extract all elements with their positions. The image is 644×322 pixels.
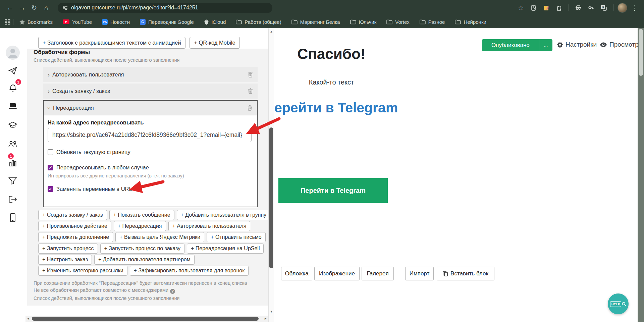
cover-button[interactable]: Обложка: [281, 267, 312, 280]
add-user-to-group-button[interactable]: + Добавить пользователя в группу: [177, 210, 268, 220]
add-redirect-upsell-button[interactable]: + Переадресация на UpSell: [187, 244, 264, 254]
add-custom-action-button[interactable]: + Произвольное действие: [38, 221, 111, 231]
add-start-process-by-order-button[interactable]: + Запустить процесс по заказу: [100, 244, 184, 254]
help-question-icon[interactable]: ?: [170, 289, 175, 294]
profile-avatar[interactable]: [618, 3, 627, 13]
view-button[interactable]: Просмотр: [600, 41, 639, 48]
users-icon[interactable]: [0, 137, 25, 151]
logout-icon[interactable]: [0, 193, 25, 206]
stats-chart-icon[interactable]: 1: [0, 156, 25, 169]
notes-extension-icon[interactable]: [528, 2, 539, 13]
scroll-right-icon[interactable]: ►: [264, 317, 267, 320]
help-widget-button[interactable]: HELP: [608, 293, 629, 314]
send-icon[interactable]: [0, 64, 25, 77]
add-redirect-button[interactable]: + Переадресация: [114, 221, 166, 231]
handler-authorize-user[interactable]: › Авторизовать пользователя: [43, 67, 258, 82]
telegram-cta-button[interactable]: Перейти в Telegram: [278, 178, 388, 203]
funnel-icon[interactable]: [0, 174, 25, 187]
publish-more-button[interactable]: ...: [539, 39, 552, 51]
back-button[interactable]: ←: [4, 2, 16, 13]
add-start-process-button[interactable]: + Запустить процесс: [38, 244, 98, 254]
add-send-email-button[interactable]: + Отправить письмо: [207, 232, 265, 242]
telegram-link-heading[interactable]: ерейти в Telegram: [274, 100, 398, 116]
bookmark-news[interactable]: VK Новости: [102, 19, 130, 25]
gallery-button[interactable]: Галерея: [362, 267, 394, 280]
import-button[interactable]: Импорт: [405, 267, 434, 280]
checkbox-checked[interactable]: ✓: [48, 186, 53, 192]
page-scroll-thumb[interactable]: [639, 29, 643, 76]
horizontal-scroll-thumb[interactable]: [32, 317, 259, 321]
scroll-up-icon[interactable]: ▲: [269, 30, 274, 33]
page-scrollbar[interactable]: [638, 28, 644, 322]
handler-create-order[interactable]: › Создать заявку / заказ: [43, 84, 258, 99]
handler-redirect-header[interactable]: › Переадресация: [44, 101, 257, 115]
checkbox-redirect-always[interactable]: ✓ Переадресовывать в любом случае: [48, 164, 149, 171]
vertical-scroll-thumb[interactable]: [269, 127, 273, 268]
notifications-bell-icon[interactable]: 1: [0, 82, 25, 95]
mobile-icon[interactable]: [0, 211, 25, 224]
add-authorize-user-button[interactable]: + Авторизовать пользователя: [168, 221, 251, 231]
add-collapsible-header-button[interactable]: + Заголовок с раскрывающимся текстом с а…: [38, 37, 185, 49]
toolbar-right: ☆ G: [516, 2, 640, 13]
bookmark-folder-yulchik[interactable]: Юльчик: [350, 19, 377, 25]
url-text[interactable]: olgavort.getcourse.ru/pl/cms/page/editor…: [71, 5, 198, 11]
bookmark-star-icon[interactable]: ☆: [516, 2, 526, 13]
passwords-key-icon[interactable]: [586, 2, 596, 13]
publish-status-label[interactable]: Опубликовано: [482, 39, 539, 51]
editor-vertical-scrollbar[interactable]: ▲ ▼: [268, 28, 274, 322]
bookmark-icloud[interactable]: iCloud: [204, 19, 226, 25]
image-button[interactable]: Изображение: [314, 267, 360, 280]
profile-placeholder-icon[interactable]: [0, 46, 25, 59]
checkbox-checked[interactable]: ✓: [48, 165, 53, 170]
redirect-address-input[interactable]: [48, 128, 252, 142]
education-cap-icon[interactable]: [0, 118, 25, 132]
add-fix-user-for-funnels-button[interactable]: + Зафиксировать пользователя для воронок: [130, 266, 249, 276]
laptop-icon[interactable]: [0, 100, 25, 113]
scroll-down-icon[interactable]: ▼: [269, 310, 274, 313]
bookmark-folder-vortex[interactable]: Vortex: [386, 19, 410, 25]
add-qr-mobile-button[interactable]: + QR-код Mobile: [190, 37, 240, 49]
browser-toolbar: ← → ↻ ⌂ olgavort.getcourse.ru/pl/cms/pag…: [0, 0, 644, 15]
bookmarks-bar: Bookmarks YouTube VK Новости G Переводчи…: [0, 15, 644, 28]
trash-icon[interactable]: [248, 72, 253, 77]
trash-icon[interactable]: [247, 105, 252, 111]
scroll-left-icon[interactable]: ◄: [26, 317, 30, 320]
bookmark-folder-neuronki[interactable]: Нейронки: [455, 19, 486, 25]
translate-icon[interactable]: G: [598, 2, 609, 13]
bookmark-google-translate[interactable]: G Переводчик Google: [140, 19, 194, 25]
home-button[interactable]: ⌂: [40, 2, 52, 13]
checkbox-refresh-page[interactable]: Обновить текущую страницу: [48, 149, 130, 155]
add-create-order-button[interactable]: + Создать заявку / заказ: [38, 210, 107, 220]
bookmark-bookmarks[interactable]: Bookmarks: [19, 19, 53, 25]
getcourse-sidebar: 1 1: [0, 28, 25, 322]
bookmark-folder-marketing[interactable]: Маркетинг Белка: [291, 19, 340, 25]
trash-icon[interactable]: [248, 88, 253, 94]
extensions-puzzle-icon[interactable]: [554, 2, 565, 13]
add-yandex-metrika-goal-button[interactable]: + Вызвать цель Яндекс Метрики: [115, 232, 204, 242]
bookmark-label: YouTube: [72, 19, 92, 25]
privacy-icon[interactable]: [573, 2, 584, 13]
address-bar[interactable]: olgavort.getcourse.ru/pl/cms/page/editor…: [58, 3, 272, 13]
site-settings-icon[interactable]: [62, 5, 68, 10]
bookmark-folder-misc[interactable]: Разное: [420, 19, 445, 25]
bookmark-youtube[interactable]: YouTube: [63, 19, 92, 25]
add-show-message-button[interactable]: + Показать сообщение: [109, 210, 174, 220]
sticky-notes-extension-icon[interactable]: [541, 2, 552, 13]
settings-button[interactable]: Настройки: [557, 41, 597, 48]
add-user-as-partner-button[interactable]: + Добавить пользователя партнером: [94, 255, 195, 265]
editor-horizontal-scrollbar[interactable]: ◄ ►: [25, 316, 268, 322]
reload-button[interactable]: ↻: [28, 2, 40, 13]
menu-dots-icon[interactable]: ⋮: [629, 2, 640, 13]
apps-grid-icon[interactable]: [5, 19, 10, 25]
forward-button[interactable]: →: [16, 2, 28, 13]
add-configure-order-button[interactable]: + Настроить заказ: [38, 255, 92, 265]
checkbox-replace-url-vars[interactable]: ✓ Заменять переменные в URL: [48, 186, 132, 192]
publish-status-button[interactable]: Опубликовано ...: [482, 39, 552, 51]
insert-block-button[interactable]: Вставить блок: [437, 267, 494, 280]
checkbox-unchecked[interactable]: [48, 149, 53, 155]
bookmark-folder-work[interactable]: Работа (общее): [236, 19, 281, 25]
add-offer-upsell-button[interactable]: + Предложить дополнение: [38, 232, 113, 242]
add-change-mailing-category-button[interactable]: + Изменить категорию рассылки: [38, 266, 127, 276]
view-label: Просмотр: [609, 41, 639, 48]
paste-icon: [443, 271, 448, 276]
